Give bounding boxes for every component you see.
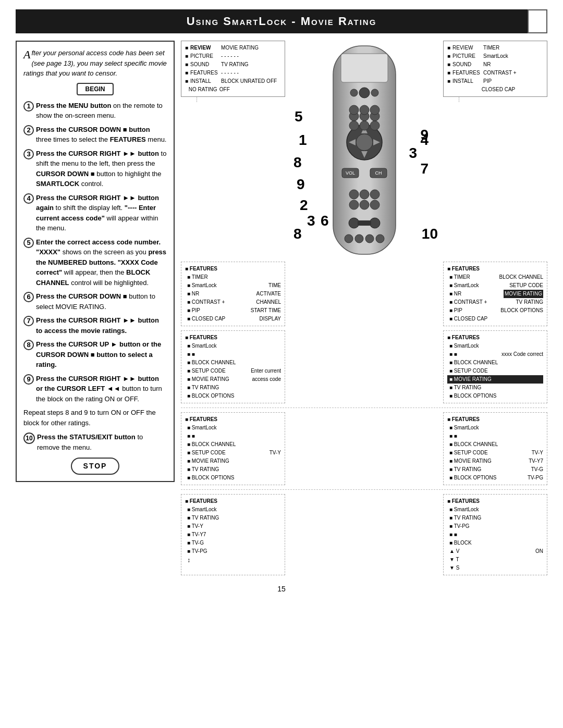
svg-point-15 xyxy=(360,121,369,130)
svg-point-18 xyxy=(360,105,369,115)
step-10-text: Press the STATUS/EXIT button to remove t… xyxy=(37,432,167,452)
svg-point-24 xyxy=(349,190,359,199)
step-9: 9 Press the CURSOR RIGHT ►► button or th… xyxy=(23,374,167,404)
screen-top-left: ■REVIEWMOVIE RATING ■PICTURE- - - - - - … xyxy=(181,41,285,97)
svg-point-4 xyxy=(371,89,378,96)
svg-rect-1 xyxy=(341,54,388,82)
step-3-num: 3 xyxy=(23,149,34,159)
step-3: 3 Press the CURSOR RIGHT ►► button to sh… xyxy=(23,149,167,189)
page-header: Using SmartLock - Movie Rating xyxy=(16,9,547,33)
step-overlay-8: 8 xyxy=(293,154,302,171)
remote-svg: VOL CH xyxy=(320,41,409,260)
step-10-num: 10 xyxy=(23,433,35,444)
step-8-num: 8 xyxy=(23,340,34,350)
remote-container: VOL CH xyxy=(289,41,439,260)
svg-point-33 xyxy=(345,235,353,243)
step-1: 1 Press the MENU button on the remote to… xyxy=(23,101,167,121)
svg-point-26 xyxy=(370,190,380,199)
screen-bottom-right-2: ■ FEATURES ■ SmartLock ■ TV RATING ■ TV-… xyxy=(443,494,547,575)
screen-mid-left: ■ FEATURES ■ TIMER ■ SmartLockTIME ■ NRA… xyxy=(181,262,285,326)
svg-point-2 xyxy=(359,88,370,98)
step-9-num: 9 xyxy=(23,374,34,385)
screen-lower-mid-right: ■ FEATURES ■ SmartLock ■ ■xxxx Code corr… xyxy=(443,330,547,403)
header-white-box xyxy=(528,9,547,33)
step-5: 5 Enter the correct access code number. … xyxy=(23,237,167,288)
step-5-num: 5 xyxy=(23,238,34,248)
svg-text:CH: CH xyxy=(375,170,382,176)
step-overlay-3b: 3 xyxy=(307,213,315,229)
step-8-text: Press the CURSOR UP ► button or the CURS… xyxy=(36,339,167,370)
svg-point-19 xyxy=(370,105,380,115)
right-panel: ■REVIEWMOVIE RATING ■PICTURE- - - - - - … xyxy=(175,41,547,575)
repeat-text: Repeat steps 8 and 9 to turn ON or OFF t… xyxy=(23,408,167,428)
step-6-text: Press the CURSOR DOWN ■ button to select… xyxy=(36,291,167,312)
svg-text:VOL: VOL xyxy=(345,170,354,176)
begin-badge: BEGIN xyxy=(77,83,113,95)
svg-point-36 xyxy=(376,235,384,243)
step-overlay-8b: 8 xyxy=(293,226,302,242)
step-9-text: Press the CURSOR RIGHT ►► button or the … xyxy=(36,374,167,404)
screen-mid-right: ■ FEATURES ■ TIMERBLOCK CHANNEL ■ SmartL… xyxy=(443,262,547,326)
step-4: 4 Press the CURSOR RIGHT ►► button again… xyxy=(23,193,167,233)
step-6: 6 Press the CURSOR DOWN ■ button to sele… xyxy=(23,291,167,312)
step-7: 7 Press the CURSOR RIGHT ►► button to ac… xyxy=(23,315,167,336)
screen-lower-mid-left: ■ FEATURES ■ SmartLock ■ ■ ■ BLOCK CHANN… xyxy=(181,330,285,403)
step-overlay-9: 9 xyxy=(297,176,305,193)
step-7-num: 7 xyxy=(23,316,34,326)
step-overlay-7: 7 xyxy=(420,161,429,177)
svg-point-29 xyxy=(370,200,380,209)
svg-rect-32 xyxy=(358,220,371,226)
svg-point-17 xyxy=(349,105,359,115)
step-8: 8 Press the CURSOR UP ► button or the CU… xyxy=(23,339,167,370)
screen-bottom-left-1: ■ FEATURES ■ SmartLock ■ ■ ■ BLOCK CHANN… xyxy=(181,412,285,485)
step-3-text: Press the CURSOR RIGHT ►► button to shif… xyxy=(36,149,167,189)
svg-point-14 xyxy=(349,121,359,130)
svg-point-28 xyxy=(360,200,369,209)
svg-point-6 xyxy=(356,134,373,151)
step-1-num: 1 xyxy=(23,101,34,112)
svg-point-35 xyxy=(365,235,374,243)
step-overlay-9b: 9 xyxy=(420,127,429,143)
step-4-num: 4 xyxy=(23,193,34,204)
step-overlay-5: 5 xyxy=(295,108,303,125)
step-2-num: 2 xyxy=(23,125,34,135)
step-4-text: Press the CURSOR RIGHT ►► button again t… xyxy=(36,193,167,233)
step-overlay-2: 2 xyxy=(300,197,308,214)
step-10: 10 Press the STATUS/EXIT button to remov… xyxy=(23,432,167,452)
svg-point-25 xyxy=(360,190,369,199)
step-overlay-1: 1 xyxy=(299,132,307,149)
step-2-text: Press the CURSOR DOWN ■ button three tim… xyxy=(36,125,167,145)
page-number: 15 xyxy=(0,585,563,603)
step-5-text: Enter the correct access code number. "X… xyxy=(36,237,167,288)
intro-text: After your personal access code has been… xyxy=(23,48,167,79)
screen-bottom-right-1: ■ FEATURES ■ SmartLock ■ ■ ■ BLOCK CHANN… xyxy=(443,412,547,485)
svg-point-34 xyxy=(355,235,363,243)
step-1-text: Press the MENU button on the remote to s… xyxy=(36,101,167,121)
step-6-num: 6 xyxy=(23,292,34,302)
step-overlay-10: 10 xyxy=(422,226,438,242)
screen-bottom-left-2: ■ FEATURES ■ SmartLock ■ TV RATING ■ TV-… xyxy=(181,494,285,575)
svg-point-3 xyxy=(350,89,358,96)
page-title: Using SmartLock - Movie Rating xyxy=(47,15,516,28)
left-panel: After your personal access code has been… xyxy=(16,41,175,482)
step-7-text: Press the CURSOR RIGHT ►► button to acce… xyxy=(36,315,167,336)
svg-point-27 xyxy=(349,200,359,209)
step-overlay-3: 3 xyxy=(409,145,417,162)
screen-top-right: ■REVIEWTIMER ■PICTURESmartLock ■SOUNDNR … xyxy=(443,41,547,97)
svg-point-16 xyxy=(370,121,380,130)
stop-badge: STOP xyxy=(71,458,120,475)
step-2: 2 Press the CURSOR DOWN ■ button three t… xyxy=(23,125,167,145)
